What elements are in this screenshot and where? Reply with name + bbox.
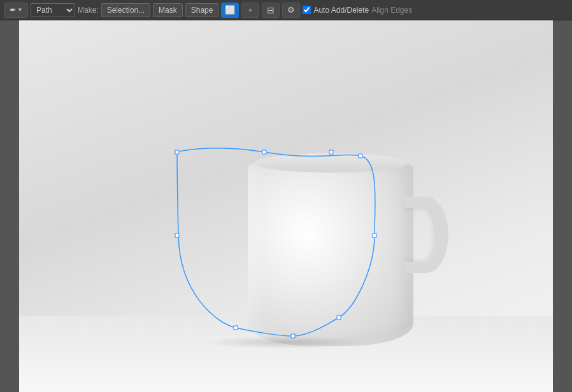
auto-add-delete-label[interactable]: Auto Add/Delete [303,6,369,15]
mug-shadow [203,336,369,349]
gear-icon: ⚙ [287,5,295,15]
subtract-path-button[interactable]: ⊟ [262,3,280,18]
subtract-icon: ⊟ [267,5,275,15]
anchor-point[interactable] [175,150,180,155]
selection-button[interactable]: Selection... [101,3,150,17]
canvas-area[interactable] [0,20,572,392]
new-layer-path-button[interactable]: ⬜ [221,3,239,18]
anchor-point[interactable] [175,234,180,238]
anchor-point[interactable] [234,326,238,330]
new-path-icon: ⬜ [225,5,235,15]
anchor-point[interactable] [329,150,334,155]
mug-handle [404,197,448,273]
shape-button[interactable]: Shape [185,3,219,17]
make-label: Make: [78,6,99,15]
pen-icon: ✒ [10,5,17,15]
anchor-point[interactable] [373,234,377,238]
mask-button[interactable]: Mask [153,3,183,17]
anchor-point[interactable] [262,150,267,155]
path-type-dropdown[interactable]: Path [31,3,75,17]
anchor-point[interactable] [337,316,341,320]
toolbar: ✒ ▼ Path Make: Selection... Mask Shape ⬜… [0,0,572,20]
settings-button[interactable]: ⚙ [282,3,300,18]
add-icon: ＋ [247,6,254,15]
align-edges-label: Align Edges [371,6,412,15]
anchor-point[interactable] [291,334,296,339]
pen-tool-button[interactable]: ✒ ▼ [4,3,28,18]
anchor-point[interactable] [359,154,363,158]
mug [248,158,413,346]
canvas-background [19,20,553,392]
auto-add-delete-checkbox[interactable] [303,6,311,14]
mug-body-shape [248,158,413,346]
add-path-button[interactable]: ＋ [241,3,259,18]
dropdown-arrow-icon: ▼ [18,7,23,13]
mug-top [254,153,407,172]
